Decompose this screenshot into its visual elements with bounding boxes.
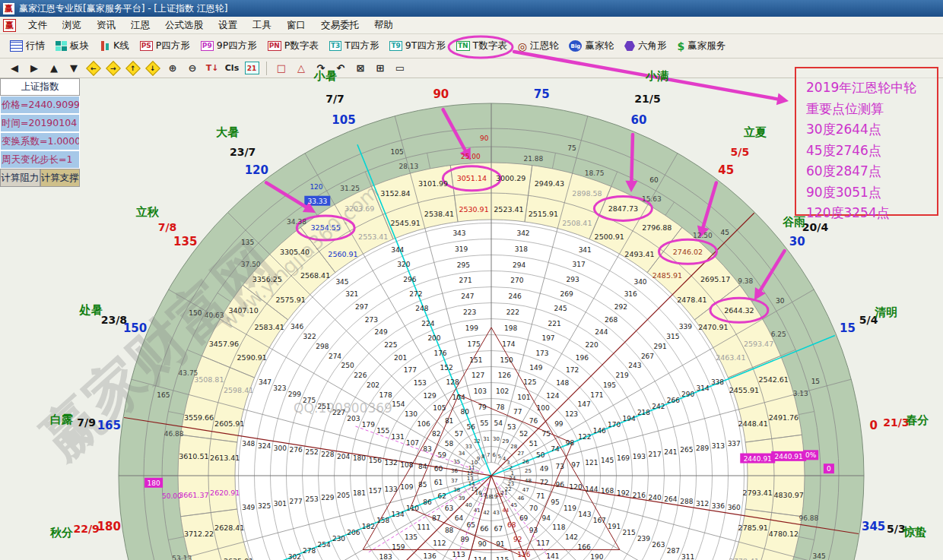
rotate-ccw-button[interactable]: ↶ [332,61,350,76]
delete-box-button[interactable]: ⊠ [351,61,370,76]
arrow-glyph: → [110,64,116,71]
triangle-tool-button[interactable]: △ [292,61,310,76]
annotation-line: 30度2644点 [806,119,937,141]
t9-square-button-icon: T9 [389,41,402,51]
rotate-cw-button[interactable]: ↷ [312,61,330,76]
index-info-panel: 上证指数 价格=2440.9099时间=20190104变换系数=1.00000… [0,78,80,187]
shift-right-button-icon: → [106,61,121,76]
annotation-line: 90度3051点 [806,182,937,204]
zoom-out-button[interactable]: ⊖ [183,61,202,76]
calc-buttons: 计算阻力计算支撑 [0,169,80,187]
info-row: 价格=2440.9099 [0,96,80,114]
fit-button[interactable]: ⊞ [371,61,389,76]
menu-item[interactable]: 帮助 [367,17,401,33]
page-up-button[interactable]: ▲ [45,61,63,76]
price-axis-button[interactable]: T↓ [203,61,221,76]
market-quotes-button-icon [10,40,23,52]
p-square-button-label: P四方形 [156,40,190,52]
t-number-table-button-label: T数字表 [473,40,507,52]
winner-wheel-button[interactable]: Big赢家轮 [564,37,619,55]
menu-logo-icon: 赢 [3,19,16,32]
scroll-right-button[interactable]: ▶ [25,61,43,76]
app-logo-icon: 赢 [3,3,14,14]
shift-right-button[interactable]: → [104,61,122,76]
menu-item[interactable]: 交易委托 [313,17,367,33]
winner-service-button-icon: $ [677,41,684,52]
annotation-line: 60度2847点 [806,161,937,182]
t9-square-button-label: 9T四方形 [405,40,446,52]
menu-item[interactable]: 浏览 [55,17,89,33]
calendar-icon: 21 [245,62,259,74]
t-square-button-label: T四方形 [344,40,379,52]
market-quotes-button[interactable]: 行情 [5,37,50,55]
index-info-rows: 价格=2440.9099时间=20190104变换系数=1.00000周天变化步… [0,96,80,169]
cls-button[interactable]: Cls [223,61,241,76]
t-number-table-button[interactable]: TNT数字表 [451,37,513,55]
window-title: 赢家江恩专业版[赢家服务平台] - [上证指数 江恩轮] [19,2,228,15]
annotation-line: 2019年江恩轮中轮 [806,78,937,99]
kline-button-label: K线 [113,40,129,52]
sectors-button-label: 板块 [70,40,89,52]
screen-button[interactable]: ▭ [391,61,409,76]
gann-wheel-button[interactable]: ◎江恩轮 [513,37,564,55]
t-square-button[interactable]: T3T四方形 [324,37,385,55]
hexagon-button-icon [624,41,635,51]
gann-wheel-button-label: 江恩轮 [530,40,559,52]
calc-support-button[interactable]: 计算支撑 [40,169,81,187]
shift-down-button[interactable]: ↓ [144,61,162,76]
t9-square-button[interactable]: T99T四方形 [384,37,451,55]
t-square-button-icon: T3 [329,41,341,51]
menu-item[interactable]: 文件 [21,17,55,33]
arrow-glyph: ← [90,64,97,71]
zoom-in-button[interactable]: ⊕ [164,61,182,76]
p9-square-button[interactable]: P99P四方形 [195,37,262,55]
rect-tool-button[interactable]: □ [272,61,291,76]
market-quotes-button-label: 行情 [26,40,45,52]
kline-button-icon [100,40,110,52]
winner-service-button[interactable]: $赢家服务 [672,37,731,55]
shift-up-button[interactable]: ↑ [124,61,142,76]
toolbar-separator [266,62,267,75]
info-row: 周天变化步长=1 [0,150,80,169]
arrow-glyph: ↓ [150,64,156,71]
page-down-button[interactable]: ▼ [65,61,83,76]
shift-up-button-icon: ↑ [125,61,141,76]
p-square-button-icon: PS [140,41,153,51]
winner-wheel-button-label: 赢家轮 [585,40,614,52]
p-number-table-button[interactable]: PNP数字表 [262,37,324,55]
menu-item[interactable]: 工具 [245,17,279,33]
annotation-line: 120度3254点 [806,203,937,224]
main-toolbar: 行情板块K线PSP四方形P99P四方形PNP数字表T3T四方形T99T四方形TN… [0,34,943,59]
sectors-button-icon [56,41,67,51]
menu-item[interactable]: 公式选股 [157,17,211,33]
p-number-table-button-icon: PN [268,41,281,51]
menu-bar: 赢 文件浏览资讯江恩公式选股设置工具窗口交易委托帮助 [0,17,943,34]
sectors-button[interactable]: 板块 [50,37,94,55]
calendar-button[interactable]: 21 [243,61,261,76]
shift-left-button-icon: ← [86,61,101,76]
annotation-line: 重要点位测算 [806,99,937,120]
p9-square-button-label: 9P四方形 [217,40,257,52]
winner-wheel-button-icon: Big [569,40,582,52]
hexagon-button[interactable]: 六角形 [619,37,672,55]
p-number-table-button-label: P数字表 [284,40,319,52]
menu-item[interactable]: 江恩 [123,17,157,33]
p-square-button[interactable]: PSP四方形 [135,37,195,55]
title-bar: 赢 赢家江恩专业版[赢家服务平台] - [上证指数 江恩轮] [0,0,943,17]
info-row: 变换系数=1.00000 [0,132,80,150]
menu-item[interactable]: 窗口 [279,17,313,33]
info-row: 时间=20190104 [0,114,80,132]
shift-down-button-icon: ↓ [145,61,160,76]
key-levels-annotation-box: 2019年江恩轮中轮重要点位测算30度2644点45度2746点60度2847点… [795,67,938,216]
winner-service-button-label: 赢家服务 [687,40,726,52]
scroll-left-button[interactable]: ◀ [5,61,24,76]
menu-items: 文件浏览资讯江恩公式选股设置工具窗口交易委托帮助 [21,19,401,32]
menu-item[interactable]: 资讯 [89,17,123,33]
calc-resistance-button[interactable]: 计算阻力 [0,169,40,187]
shift-left-button[interactable]: ← [84,61,103,76]
arrow-glyph: ↑ [130,64,136,71]
kline-button[interactable]: K线 [94,37,135,55]
p9-square-button-icon: P9 [201,41,214,51]
menu-item[interactable]: 设置 [211,17,245,33]
hexagon-button-label: 六角形 [638,40,667,52]
